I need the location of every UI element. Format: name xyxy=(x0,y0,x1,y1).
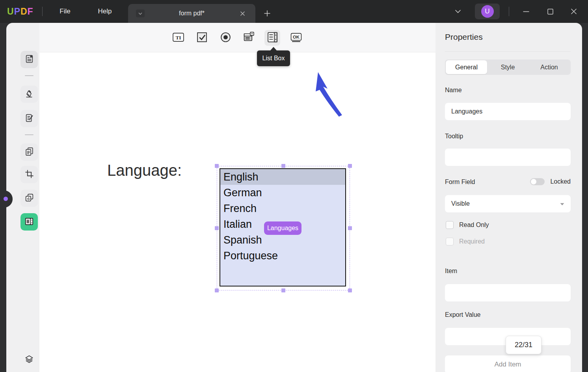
checkbox-required: Required xyxy=(446,238,485,246)
tool-check-box[interactable] xyxy=(194,30,210,46)
tab-action[interactable]: Action xyxy=(528,60,570,74)
sidebar-item-form[interactable] xyxy=(20,213,38,231)
page-text-language-label: Language: xyxy=(107,162,182,179)
pages-icon xyxy=(24,147,34,158)
checkbox-box xyxy=(446,238,454,246)
form-icon xyxy=(24,216,34,228)
tool-list-box[interactable] xyxy=(264,30,280,46)
sidebar-item-layers[interactable] xyxy=(20,351,38,368)
sidebar-divider xyxy=(25,75,33,76)
panel-divider xyxy=(445,51,571,52)
annotation-arrow xyxy=(271,70,346,143)
push-button-icon: OK xyxy=(290,31,302,45)
minimize-button[interactable] xyxy=(521,6,532,17)
maximize-button[interactable] xyxy=(545,6,556,17)
titlebar-separator-2 xyxy=(509,7,509,16)
reader-icon xyxy=(24,54,34,65)
locked-toggle-knob xyxy=(531,179,536,184)
combo-box-icon xyxy=(243,31,255,45)
edge-handle-dot xyxy=(4,197,8,201)
checkbox-label: Required xyxy=(459,238,485,245)
titlebar-separator xyxy=(42,7,43,16)
listbox-option[interactable]: English xyxy=(220,169,345,185)
resize-handle-n[interactable] xyxy=(281,164,285,168)
crop-icon xyxy=(24,169,34,180)
visibility-value: Visible xyxy=(451,200,470,207)
visibility-select[interactable]: Visible xyxy=(445,195,571,212)
item-label: Item xyxy=(445,268,457,275)
tool-radio-button[interactable] xyxy=(218,30,233,46)
account-button[interactable]: U xyxy=(475,4,500,19)
checkbox-read-only[interactable]: Read Only xyxy=(446,221,489,229)
tooltip-input[interactable] xyxy=(445,149,571,166)
tool-combo-box[interactable] xyxy=(241,30,257,46)
menu-help[interactable]: Help xyxy=(93,0,117,23)
resize-handle-sw[interactable] xyxy=(215,288,219,292)
listbox-option[interactable]: Portuguese xyxy=(220,248,345,264)
panel-title: Properties xyxy=(445,32,483,42)
close-button[interactable] xyxy=(568,6,579,17)
document-tab[interactable]: form pdf* xyxy=(128,4,255,23)
name-input[interactable] xyxy=(445,103,571,120)
field-name-badge: Languages xyxy=(264,221,301,235)
select-chevron-icon xyxy=(560,200,564,207)
resize-handle-e[interactable] xyxy=(348,226,352,230)
item-input[interactable] xyxy=(445,284,571,301)
tab-close-icon[interactable] xyxy=(239,10,246,17)
tool-text-field[interactable]: TI xyxy=(170,30,186,46)
form-field-label: Form Field xyxy=(445,179,475,186)
listbox-option[interactable]: German xyxy=(220,185,345,201)
comment-icon xyxy=(24,89,34,100)
listbox-tooltip: List Box xyxy=(257,50,290,66)
sidebar-item-crop[interactable] xyxy=(20,166,38,183)
properties-panel: Properties GeneralStyleAction Name Toolt… xyxy=(435,23,582,372)
sidebar-item-ocr[interactable] xyxy=(20,190,38,207)
radio-button-icon xyxy=(220,31,232,45)
resize-handle-s[interactable] xyxy=(281,288,285,292)
sidebar-item-pages[interactable] xyxy=(20,143,38,161)
sidebar-item-comment[interactable] xyxy=(20,86,38,103)
svg-text:TI: TI xyxy=(175,35,181,41)
tab-style[interactable]: Style xyxy=(487,60,528,74)
page-indicator: 22/31 xyxy=(506,336,541,354)
checkbox-label: Read Only xyxy=(459,221,489,229)
name-label: Name xyxy=(445,87,462,94)
list-box-icon xyxy=(266,31,279,45)
resize-handle-ne[interactable] xyxy=(348,164,352,168)
logo-letter: D xyxy=(20,6,28,17)
locked-toggle[interactable] xyxy=(530,178,545,185)
sidebar-item-reader[interactable] xyxy=(20,51,38,68)
text-field-icon: TI xyxy=(172,31,184,45)
form-field-toolbar: TIOK xyxy=(39,23,435,52)
tooltip-label: Tooltip xyxy=(445,133,463,140)
checkbox-box[interactable] xyxy=(446,221,454,229)
new-tab-button[interactable] xyxy=(262,9,272,18)
menu-file[interactable]: File xyxy=(53,0,77,23)
app-logo: UPDF xyxy=(7,6,33,17)
sidebar-item-edit[interactable] xyxy=(20,110,38,127)
ocr-icon xyxy=(24,193,34,204)
resize-handle-nw[interactable] xyxy=(215,164,219,168)
avatar: U xyxy=(481,5,494,18)
listbox-option[interactable]: French xyxy=(220,201,345,216)
logo-letter: F xyxy=(28,6,33,17)
document-canvas: TIOK List Box Language: EnglishGermanFre… xyxy=(39,23,435,372)
layers-icon xyxy=(24,354,34,366)
locked-label: Locked xyxy=(550,178,571,185)
titlebar: UPDF File Help form pdf* U xyxy=(0,0,588,23)
edit-icon xyxy=(24,113,34,124)
sidebar-divider xyxy=(25,134,33,135)
tab-general[interactable]: General xyxy=(446,60,487,74)
resize-handle-w[interactable] xyxy=(215,226,219,230)
add-item-button[interactable]: Add Item xyxy=(445,355,571,372)
check-box-icon xyxy=(196,31,208,45)
svg-text:OK: OK xyxy=(292,35,300,39)
properties-tabs: GeneralStyleAction xyxy=(445,60,571,75)
tool-push-button[interactable]: OK xyxy=(288,30,304,46)
resize-handle-se[interactable] xyxy=(348,288,352,292)
logo-letter: P xyxy=(14,6,20,17)
export-value-label: Export Value xyxy=(445,311,480,318)
chevron-down-icon[interactable] xyxy=(453,8,463,15)
tab-title: form pdf* xyxy=(128,10,255,17)
logo-letter: U xyxy=(7,6,14,17)
